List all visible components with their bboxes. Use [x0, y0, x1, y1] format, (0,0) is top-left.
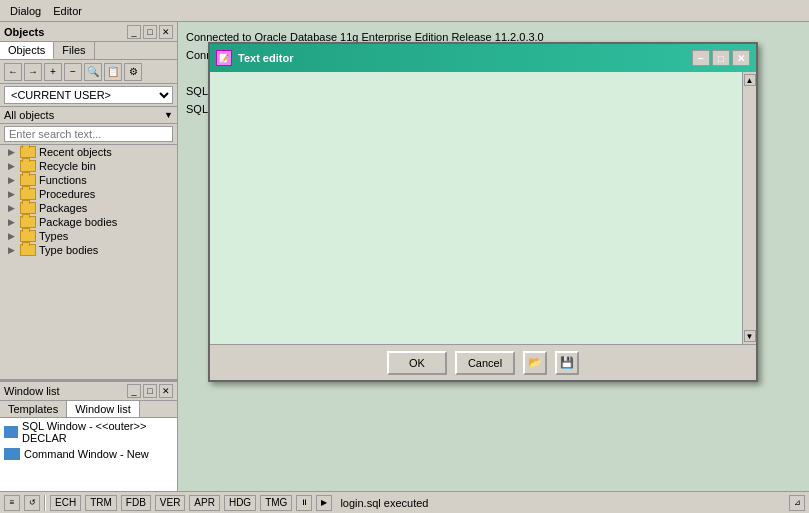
save-file-btn[interactable]: 💾 [555, 351, 579, 375]
expand-icon: ▶ [8, 189, 20, 199]
objects-toolbar: ← → + − 🔍 📋 ⚙ [0, 60, 177, 84]
wl-tab-bar: Templates Window list [0, 401, 177, 418]
status-pause-btn[interactable]: ⏸ [296, 495, 312, 511]
modal-editor-textarea[interactable] [210, 72, 742, 344]
status-resize-icon[interactable]: ⊿ [789, 495, 805, 511]
status-trm: TRM [85, 495, 117, 511]
modal-title-bar: 📝 Text editor − □ ✕ [210, 44, 756, 72]
tree-item-package-bodies[interactable]: ▶ Package bodies [0, 215, 177, 229]
objects-minimize-btn[interactable]: _ [127, 25, 141, 39]
toolbar-add-btn[interactable]: + [44, 63, 62, 81]
tree-item-packages[interactable]: ▶ Packages [0, 201, 177, 215]
wl-tab-windowlist[interactable]: Window list [67, 401, 140, 417]
wl-close-btn[interactable]: ✕ [159, 384, 173, 398]
modal-close-btn[interactable]: ✕ [732, 50, 750, 66]
toolbar-settings-btn[interactable]: ⚙ [124, 63, 142, 81]
wl-panel-controls: _ □ ✕ [127, 384, 173, 398]
status-play-btn[interactable]: ▶ [316, 495, 332, 511]
wl-title: Window list [4, 385, 60, 397]
folder-icon [20, 146, 36, 158]
toolbar-back-btn[interactable]: ← [4, 63, 22, 81]
toolbar-search-btn[interactable]: 🔍 [84, 63, 102, 81]
wl-item-sql-window[interactable]: SQL Window - <<outer>> DECLAR [0, 418, 177, 446]
status-icon-bars[interactable]: ≡ [4, 495, 20, 511]
cancel-button[interactable]: Cancel [455, 351, 515, 375]
menu-dialog[interactable]: Dialog [4, 3, 47, 19]
wl-item-command-window[interactable]: Command Window - New [0, 446, 177, 462]
user-select[interactable]: <CURRENT USER> [4, 86, 173, 104]
tree-item-type-bodies[interactable]: ▶ Type bodies [0, 243, 177, 257]
modal-scrollbar: ▲ ▼ [742, 72, 756, 344]
tree-item-types[interactable]: ▶ Types [0, 229, 177, 243]
status-fdb: FDB [121, 495, 151, 511]
status-ech: ECH [50, 495, 81, 511]
open-file-btn[interactable]: 📂 [523, 351, 547, 375]
folder-icon [20, 174, 36, 186]
tab-objects[interactable]: Objects [0, 42, 54, 59]
folder-icon [20, 230, 36, 242]
ok-button[interactable]: OK [387, 351, 447, 375]
expand-icon: ▶ [8, 245, 20, 255]
expand-icon: ▶ [8, 217, 20, 227]
objects-title-bar: Objects _ □ ✕ [0, 22, 177, 42]
wl-title-bar: Window list _ □ ✕ [0, 381, 177, 401]
wl-minimize-btn[interactable]: _ [127, 384, 141, 398]
modal-title-text: Text editor [238, 52, 690, 64]
status-bar: ≡ ↺ ECH TRM FDB VER APR HDG TMG ⏸ ▶ logi… [0, 491, 809, 513]
status-tmg: TMG [260, 495, 292, 511]
objects-title: Objects [4, 26, 44, 38]
expand-icon: ▶ [8, 175, 20, 185]
menu-bar: Dialog Editor [0, 0, 809, 22]
status-icon-refresh[interactable]: ↺ [24, 495, 40, 511]
status-ver: VER [155, 495, 186, 511]
left-panel: Objects _ □ ✕ Objects Files ← → + − 🔍 📋 … [0, 22, 178, 491]
modal-restore-btn[interactable]: □ [712, 50, 730, 66]
folder-icon [20, 160, 36, 172]
modal-content: ▲ ▼ [210, 72, 756, 344]
folder-icon [20, 202, 36, 214]
tree-scroll-container: ▶ Recent objects ▶ Recycle bin ▶ Functio… [0, 145, 177, 379]
status-divider [44, 495, 46, 511]
modal-footer: OK Cancel 📂 💾 [210, 344, 756, 380]
objects-tab-bar: Objects Files [0, 42, 177, 60]
toolbar-forward-btn[interactable]: → [24, 63, 42, 81]
tree-item-functions[interactable]: ▶ Functions [0, 173, 177, 187]
tree-item-recycle-bin[interactable]: ▶ Recycle bin [0, 159, 177, 173]
search-input[interactable] [4, 126, 173, 142]
command-window-icon [4, 448, 20, 460]
user-dropdown-row: <CURRENT USER> [0, 84, 177, 107]
expand-icon: ▶ [8, 147, 20, 157]
objects-close-btn[interactable]: ✕ [159, 25, 173, 39]
main-layout: Objects _ □ ✕ Objects Files ← → + − 🔍 📋 … [0, 22, 809, 491]
tree-item-procedures[interactable]: ▶ Procedures [0, 187, 177, 201]
modal-scroll-down-btn[interactable]: ▼ [744, 330, 756, 342]
status-message: login.sql executed [336, 497, 785, 509]
objects-restore-btn[interactable]: □ [143, 25, 157, 39]
wl-tab-templates[interactable]: Templates [0, 401, 67, 417]
tree-list: ▶ Recent objects ▶ Recycle bin ▶ Functio… [0, 145, 177, 379]
expand-icon: ▶ [8, 203, 20, 213]
tab-files[interactable]: Files [54, 42, 94, 59]
search-row [0, 124, 177, 145]
wl-items: SQL Window - <<outer>> DECLAR Command Wi… [0, 418, 177, 491]
all-objects-label[interactable]: All objects ▼ [0, 107, 177, 124]
tree-item-recent-objects[interactable]: ▶ Recent objects [0, 145, 177, 159]
toolbar-remove-btn[interactable]: − [64, 63, 82, 81]
status-hdg: HDG [224, 495, 256, 511]
folder-icon [20, 188, 36, 200]
status-apr: APR [189, 495, 220, 511]
wl-restore-btn[interactable]: □ [143, 384, 157, 398]
modal-minimize-btn[interactable]: − [692, 50, 710, 66]
text-editor-icon: 📝 [216, 50, 232, 66]
folder-icon [20, 216, 36, 228]
folder-icon [20, 244, 36, 256]
filter-chevron-icon: ▼ [164, 110, 173, 120]
objects-panel-controls: _ □ ✕ [127, 25, 173, 39]
sql-window-icon [4, 426, 18, 438]
toolbar-copy-btn[interactable]: 📋 [104, 63, 122, 81]
expand-icon: ▶ [8, 161, 20, 171]
window-list-panel: Window list _ □ ✕ Templates Window list … [0, 381, 177, 491]
modal-scroll-up-btn[interactable]: ▲ [744, 74, 756, 86]
objects-panel: Objects _ □ ✕ Objects Files ← → + − 🔍 📋 … [0, 22, 177, 381]
menu-editor[interactable]: Editor [47, 3, 88, 19]
